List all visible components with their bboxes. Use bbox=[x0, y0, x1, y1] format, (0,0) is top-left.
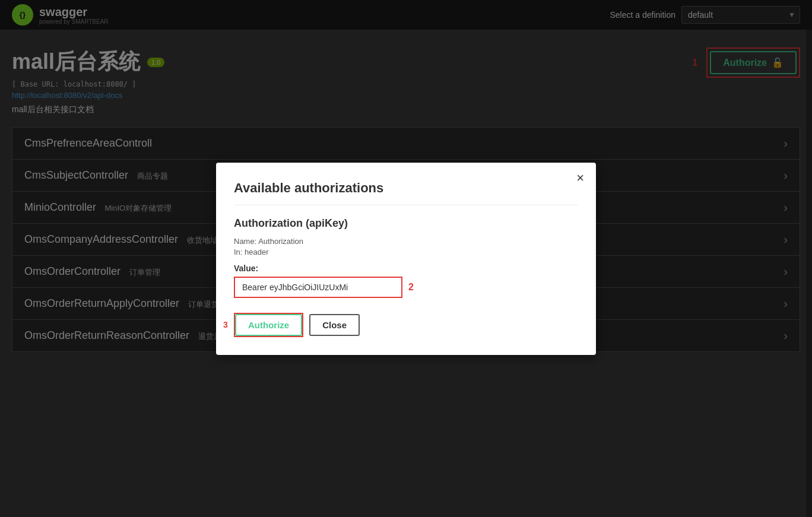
auth-name-meta: Name: Authorization bbox=[234, 237, 578, 246]
modal-authorize-wrapper: 3 Authorize bbox=[234, 313, 303, 337]
modal-authorize-highlight: Authorize bbox=[234, 313, 303, 337]
auth-modal: Available authorizations × Authorization… bbox=[216, 163, 596, 355]
modal-overlay[interactable]: Available authorizations × Authorization… bbox=[0, 0, 812, 517]
modal-actions: 3 Authorize Close bbox=[234, 313, 578, 337]
input-row: 2 bbox=[234, 277, 578, 298]
auth-value-input[interactable] bbox=[235, 278, 401, 297]
modal-title: Available authorizations bbox=[234, 180, 578, 205]
input-highlight-box bbox=[234, 277, 402, 298]
modal-close-btn[interactable]: Close bbox=[309, 314, 360, 336]
auth-section-title: Authorization (apiKey) bbox=[234, 217, 578, 230]
auth-section: Authorization (apiKey) Name: Authorizati… bbox=[234, 217, 578, 337]
auth-value-label: Value: bbox=[234, 264, 578, 273]
input-highlight-number: 2 bbox=[408, 282, 414, 293]
modal-authorize-number: 3 bbox=[223, 320, 228, 329]
auth-in-meta: In: header bbox=[234, 248, 578, 256]
modal-close-button[interactable]: × bbox=[576, 172, 584, 185]
modal-authorize-button[interactable]: Authorize bbox=[235, 314, 302, 336]
